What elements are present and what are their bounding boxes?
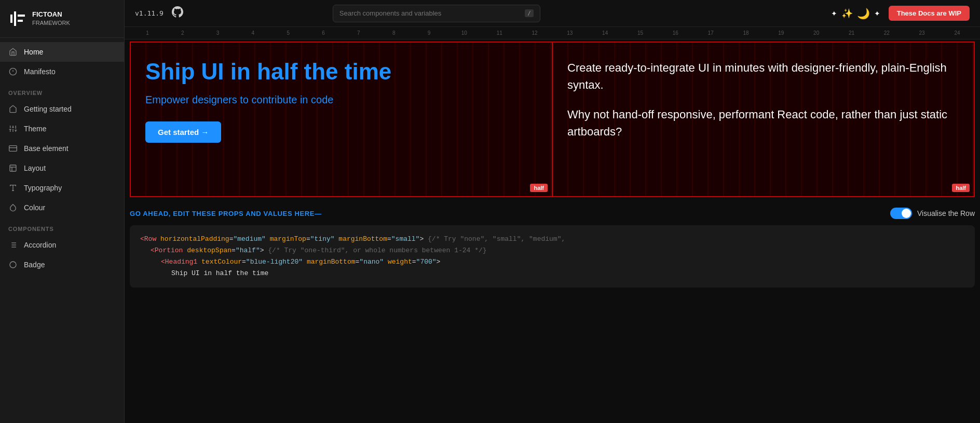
grid-number-21: 21 [834, 30, 869, 36]
visualise-toggle: Visualise the Row [890, 208, 975, 219]
sidebar-item-colour[interactable]: Colour [0, 198, 124, 217]
code-comment-2: {/* Try "one-third", or whole numbers be… [268, 247, 486, 254]
grid-number-1: 1 [130, 30, 165, 36]
code-val-marginbottom2: "nano" [359, 258, 384, 266]
home-icon [8, 47, 18, 57]
code-attr-marginbottom: marginBottom [338, 235, 387, 243]
grid-number-11: 11 [482, 30, 517, 36]
version-label: v1.11.9 [135, 9, 164, 17]
components-section-label: COMPONENTS [0, 217, 124, 235]
hero-right-para1: Create ready-to-integrate UI in minutes … [567, 59, 959, 93]
visualise-toggle-switch[interactable] [890, 208, 912, 219]
code-attr-hpadding: horizontalPadding [160, 235, 229, 243]
grid-number-4: 4 [235, 30, 270, 36]
sidebar-item-getting-started[interactable]: Getting started [0, 99, 124, 119]
code-comment-1: {/* Try "none", "small", "medium", [428, 235, 565, 243]
code-block[interactable]: <Row horizontalPadding="medium" marginTo… [130, 225, 975, 288]
hero-left-badge: half [530, 184, 548, 192]
grid-ruler: 123456789101112131415161718192021222324 [125, 27, 980, 39]
moon-icon: 🌙 [857, 7, 870, 20]
sidebar-item-badge[interactable]: Badge [0, 255, 124, 275]
grid-number-16: 16 [658, 30, 693, 36]
sidebar-nav: Home Manifesto OVERVIEW Getting started … [0, 38, 124, 423]
edit-title: GO AHEAD, EDIT THESE PROPS AND VALUES HE… [130, 210, 322, 217]
grid-number-24: 24 [940, 30, 975, 36]
hero-right-content: Create ready-to-integrate UI in minutes … [567, 59, 959, 140]
star-icon: ✨ [841, 8, 853, 19]
grid-number-17: 17 [693, 30, 728, 36]
badge-icon [8, 260, 18, 269]
sidebar-item-typography-label: Typography [24, 184, 62, 192]
toggle-knob [902, 209, 911, 218]
content-area: 123456789101112131415161718192021222324 … [125, 27, 980, 423]
code-val-marginbottom: "small" [391, 235, 420, 243]
get-started-button[interactable]: Get started → [145, 121, 221, 143]
grid-number-2: 2 [165, 30, 200, 36]
grid-numbers: 123456789101112131415161718192021222324 [130, 30, 975, 36]
sparkle-icon: ✦ [831, 9, 837, 18]
sidebar-item-theme[interactable]: Theme [0, 119, 124, 139]
sidebar-item-layout[interactable]: Layout [0, 158, 124, 178]
svg-rect-16 [9, 146, 17, 152]
grid-number-15: 15 [623, 30, 658, 36]
hero-section: Ship UI in half the time Empower designe… [130, 39, 975, 197]
sidebar-item-home[interactable]: Home [0, 42, 124, 62]
code-row-tag: <Row [140, 235, 156, 243]
typography-icon [8, 183, 18, 193]
code-attr-textcolour: textColour [201, 258, 242, 266]
grid-number-7: 7 [341, 30, 376, 36]
grid-number-19: 19 [764, 30, 799, 36]
sidebar-item-manifesto-label: Manifesto [24, 67, 56, 76]
sidebar-item-accordion-label: Accordion [24, 241, 56, 249]
main-content: v1.11.9 / ✦ ✨ 🌙 ✦ These Docs are WIP 123… [125, 0, 980, 423]
search-input[interactable] [339, 9, 521, 17]
sparkle2-icon: ✦ [874, 9, 880, 18]
sidebar-item-colour-label: Colour [24, 203, 45, 212]
colour-icon [8, 203, 18, 212]
code-val-weight: "700" [416, 258, 437, 266]
wip-button[interactable]: These Docs are WIP [889, 6, 970, 21]
code-heading-tag: <Heading1 [161, 258, 197, 266]
sidebar-item-accordion[interactable]: Accordion [0, 235, 124, 255]
topbar: v1.11.9 / ✦ ✨ 🌙 ✦ These Docs are WIP [125, 0, 980, 27]
github-icon[interactable] [172, 6, 183, 20]
search-bar[interactable]: / [333, 5, 540, 22]
layout-icon [8, 163, 18, 173]
base-element-icon [8, 144, 18, 153]
topbar-right: ✦ ✨ 🌙 ✦ [831, 7, 880, 20]
grid-number-23: 23 [904, 30, 940, 36]
sidebar: FICTOAN FRAMEWORK Home Manifesto OVERVIE… [0, 0, 125, 423]
code-val-desktopspan: "half" [236, 247, 260, 254]
svg-point-29 [10, 262, 16, 268]
sidebar-item-badge-label: Badge [24, 261, 45, 269]
grid-number-14: 14 [588, 30, 623, 36]
logo-text: FICTOAN FRAMEWORK [32, 10, 70, 26]
accordion-icon [8, 240, 18, 250]
grid-number-12: 12 [517, 30, 552, 36]
code-attr-weight: weight [388, 258, 412, 266]
grid-number-9: 9 [412, 30, 447, 36]
sidebar-item-theme-label: Theme [24, 125, 47, 133]
sidebar-item-manifesto[interactable]: Manifesto [0, 62, 124, 81]
sidebar-item-getting-started-label: Getting started [24, 105, 72, 113]
sidebar-item-typography[interactable]: Typography [0, 178, 124, 198]
grid-number-18: 18 [728, 30, 764, 36]
hero-subtitle: Empower designers to contribute in code [145, 92, 537, 107]
grid-number-20: 20 [799, 30, 834, 36]
sidebar-item-base-element[interactable]: Base element [0, 139, 124, 158]
visualise-label: Visualise the Row [917, 209, 975, 217]
code-text-content: Ship UI in half the time [171, 269, 268, 277]
svg-rect-18 [10, 165, 16, 171]
logo: FICTOAN FRAMEWORK [0, 0, 124, 38]
grid-number-8: 8 [376, 30, 412, 36]
grid-number-10: 10 [446, 30, 482, 36]
hero-right-badge: half [952, 184, 970, 192]
grid-number-22: 22 [869, 30, 904, 36]
sidebar-item-base-element-label: Base element [24, 144, 69, 153]
sidebar-item-layout-label: Layout [24, 164, 46, 172]
hero-title: Ship UI in half the time [145, 59, 537, 84]
hero-left-panel: Ship UI in half the time Empower designe… [130, 42, 553, 197]
grid-number-6: 6 [306, 30, 341, 36]
flag-icon [8, 67, 18, 76]
grid-number-3: 3 [200, 30, 236, 36]
